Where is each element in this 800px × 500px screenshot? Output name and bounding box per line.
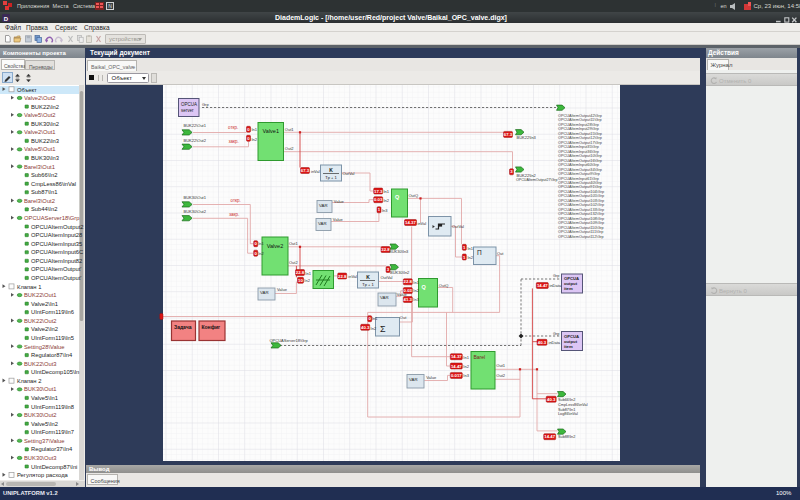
svg-text:Out2: Out2 [496,373,505,378]
svg-text:BUK30\In2: BUK30\In2 [31,121,59,127]
svg-text:Regulator87\In4: Regulator87\In4 [31,352,73,358]
svg-text:Sub88\In2: Sub88\In2 [558,435,575,439]
svg-text:14.47: 14.47 [451,364,462,369]
svg-text:Valve1: Valve1 [263,128,279,134]
svg-text:OPCUAItemOutput': OPCUAItemOutput' [31,267,81,273]
svg-text:CmpLess86\inVal: CmpLess86\inVal [558,403,588,407]
svg-text:OutQ: OutQ [439,283,449,288]
svg-text:Out2: Out2 [285,146,294,151]
svg-text:закр.: закр. [229,139,239,144]
svg-text:Grp: Grp [553,332,559,336]
svg-text:In1: In1 [468,246,474,251]
svg-text:UIntForm119\In6: UIntForm119\In6 [31,310,74,316]
svg-text:Valve2\Out1: Valve2\Out1 [24,130,55,136]
svg-text:Sub87\In1: Sub87\In1 [31,190,57,196]
svg-text:OPCUAItemOutput27\Grp: OPCUAItemOutput27\Grp [516,178,558,182]
svg-text:Q: Q [395,194,400,200]
svg-text:OPCUAItemOutput110\Grp: OPCUAItemOutput110\Grp [558,226,604,230]
svg-text:Sub66\In2: Sub66\In2 [31,172,57,178]
svg-text:BUK30\In2: BUK30\In2 [390,270,410,275]
svg-text:Tp + 1: Tp + 1 [325,175,337,180]
svg-text:Value: Value [333,217,344,222]
svg-text:Setting37\Value: Setting37\Value [24,438,65,444]
svg-text:Setting28\Value: Setting28\Value [24,344,65,350]
svg-text:In2: In2 [304,278,310,283]
svg-text:BUK30\Out1: BUK30\Out1 [24,387,57,393]
svg-text:BUK22\Out2: BUK22\Out2 [24,318,57,324]
svg-text:Log86\inVal: Log86\inVal [558,412,578,416]
svg-text:Out1: Out1 [496,363,505,368]
svg-text:40.3: 40.3 [361,325,370,330]
svg-text:OPCUAItemOutput112\Grp: OPCUAItemOutput112\Grp [558,235,604,239]
svg-text:In3: In3 [382,208,388,213]
svg-text:Клапан 1: Клапан 1 [17,284,41,290]
svg-text:Valve5\Out1: Valve5\Out1 [24,147,55,153]
svg-text:OPCUAItemOutput11\Grp: OPCUAItemOutput11\Grp [558,118,602,122]
svg-text:22.8: 22.8 [404,279,413,284]
svg-text:OPCUAItemInput28\Grp: OPCUAItemInput28\Grp [558,123,599,127]
svg-text:In2: In2 [413,288,419,293]
svg-text:Value: Value [397,292,408,297]
svg-text:inData: inData [550,283,562,288]
svg-text:OPCUAItemOutput17\Grp: OPCUAItemOutput17\Grp [558,141,602,145]
svg-text:Valve5\Out2: Valve5\Out2 [24,113,55,119]
svg-text:BUK22\In2: BUK22\In2 [517,173,537,178]
svg-text:OutVal: OutVal [452,224,464,229]
svg-text:Σ: Σ [380,324,386,334]
svg-text:Out: Out [400,315,407,320]
svg-text:OPCUAItemInput36\Grp: OPCUAItemInput36\Grp [558,150,599,154]
svg-text:In1: In1 [372,316,378,321]
svg-text:OPCUAItemOutput': OPCUAItemOutput' [31,275,81,281]
svg-text:Value: Value [426,375,437,380]
svg-text:14.37: 14.37 [405,220,416,225]
svg-text:Клапан 2: Клапан 2 [17,378,41,384]
svg-text:Sub44\In2: Sub44\In2 [31,207,57,213]
svg-text:22.8: 22.8 [296,270,305,275]
svg-text:item: item [564,344,573,349]
svg-text:VAR: VAR [318,221,327,226]
svg-text:Barel: Barel [474,354,486,360]
svg-text:item: item [564,286,573,291]
svg-text:BUK22\Out1: BUK22\Out1 [184,123,207,128]
svg-text:40.3: 40.3 [538,340,547,345]
svg-text:BUK30\Out3: BUK30\Out3 [24,455,57,461]
svg-text:OPCUAItemOutput2: OPCUAItemOutput2 [31,224,84,230]
svg-text:BUK22\In3: BUK22\In3 [31,138,59,144]
svg-text:OPCUAItemOutput103\Grp: OPCUAItemOutput103\Grp [558,199,604,203]
svg-text:UIntDecomp105\In: UIntDecomp105\In [31,370,79,376]
svg-text:Конфиг: Конфиг [202,324,221,330]
svg-text:inVal: inVal [311,169,320,174]
svg-text:OPCUAItemOutput15\Grp: OPCUAItemOutput15\Grp [558,132,602,136]
svg-text:OPCUAItemInput35: OPCUAItemInput35 [31,241,82,247]
svg-text:In3: In3 [413,297,419,302]
svg-text:UIntDecomp87\Ini: UIntDecomp87\Ini [31,464,77,470]
svg-text:Sub87\In1: Sub87\In1 [558,408,575,412]
svg-text:UIntForm119\In5: UIntForm119\In5 [31,335,74,341]
svg-text:CmpLess86\inVal: CmpLess86\inVal [31,181,76,187]
svg-text:OPCUAItemOutput104\Grp: OPCUAItemOutput104\Grp [558,190,604,194]
svg-text:UIntForm119\In8: UIntForm119\In8 [31,404,74,410]
svg-text:OPCUAItemOutput91\Grp: OPCUAItemOutput91\Grp [558,185,602,189]
svg-text:41.3: 41.3 [404,297,413,302]
svg-text:OPCUAItemOutput111\Grp: OPCUAItemOutput111\Grp [558,230,603,234]
svg-text:OPCUAItemOutput102\Grp: OPCUAItemOutput102\Grp [558,203,604,207]
svg-text:OPCUAItemInput6C: OPCUAItemInput6C [31,250,83,256]
svg-text:In1: In1 [258,241,264,246]
svg-text:Out: Out [497,251,504,256]
svg-text:Sub66\In2: Sub66\In2 [558,398,575,402]
svg-text:закр.: закр. [229,212,239,217]
svg-text:67.3: 67.3 [504,132,513,137]
svg-text:OPCUAItemOutput34\Grp: OPCUAItemOutput34\Grp [558,168,602,172]
svg-text:In2: In2 [258,251,264,256]
svg-text:In3: In3 [463,373,469,378]
svg-text:K: K [366,274,370,280]
svg-text:17.3: 17.3 [374,189,383,194]
svg-text:Valve5\In2: Valve5\In2 [31,421,58,427]
svg-text:OPCUAItemOutput40\Grp: OPCUAItemOutput40\Grp [558,181,602,185]
svg-text:inData: inData [549,340,561,345]
svg-text:OPCUAItemOutput109\Grp: OPCUAItemOutput109\Grp [558,221,604,225]
svg-text:OPCUAServer18\Grp: OPCUAServer18\Grp [24,215,79,221]
svg-text:10: 10 [298,278,303,283]
svg-text:BUK22\Out2: BUK22\Out2 [184,138,207,143]
svg-text:VAR: VAR [380,295,389,300]
